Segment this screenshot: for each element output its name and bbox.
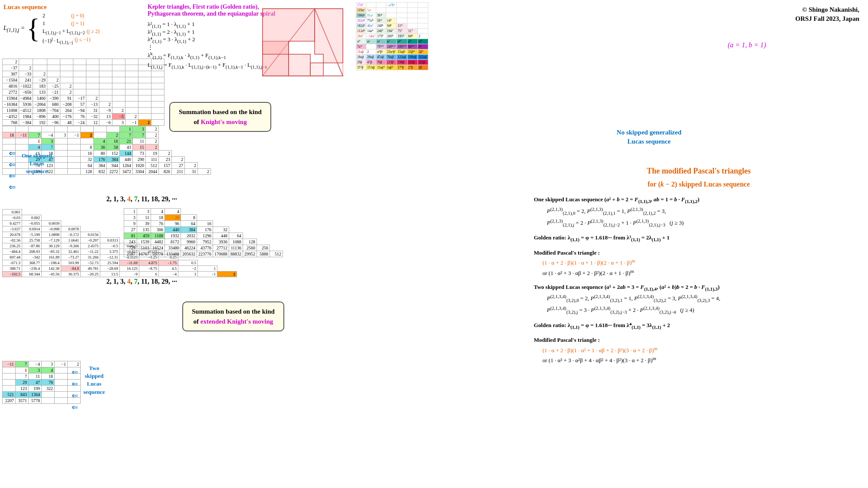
- lucas-title: Lucas sequence: [3, 3, 100, 11]
- cases-block: 2 (j = 0) 1 (j = 1) L(1,1),j−1 + L(1,1),…: [43, 13, 100, 45]
- two-skipped-arrows: ⇐⇐⇐⇐: [72, 367, 78, 413]
- two-skipped-formula-eq1: P(2,1,3,4)(3,2),0 = 2, P(2,1,3,4)(3,2),1…: [547, 293, 864, 305]
- two-skipped-num-table: −11 7 −43−12 1 3 4 71118 29 47 76 123199…: [2, 361, 81, 404]
- copyright: © Shingo Nakanishi, ORSJ Fall 2023, Japa…: [795, 5, 859, 23]
- svg-marker-5: [263, 9, 315, 54]
- right-formulas-panel: The modified Pascal's triangles for (k −…: [534, 165, 864, 370]
- golden-ratio-2-block: Golden ratio: λ(1,1) = φ = 1.618··· from…: [534, 321, 864, 331]
- modified-triangle-2-eq1: (1 · α + 2 · β)(1 · α² + 1 · αβ + 2 · β²…: [542, 345, 864, 355]
- modified-triangle-1-block: Modified Pascal's triangle : (1 · α + 2 …: [534, 248, 864, 278]
- lucas-definition: Lucas sequence L(1,1),j = { 2 (j = 0) 1 …: [3, 3, 100, 45]
- one-skipped-formula-eq2: P(2,1,3)(2,1),j = 2 · P(2,1,3)(2,1),j−2 …: [547, 217, 864, 229]
- two-skipped-table: −11 7 −43−12 1 3 4 71118 29 47 76 123199…: [2, 361, 81, 404]
- one-skipped-central-table: 1344 31118208 93976966416 27135306440384…: [124, 208, 283, 257]
- modified-triangle-1-eq2: or (1 · α² + 3 · αβ + 2 · β²)(2 · α + 1 …: [542, 268, 864, 278]
- sequence-display-1: 2, 1, 3, 4, 7, 11, 18, 29, ···: [106, 195, 177, 203]
- case-row-1: 2 (j = 0): [43, 13, 100, 19]
- right-table-area: 17u⁰ ...a⁰b¹ 110u² 5a² 190d³ 91a³ 36⁴: [356, 2, 773, 163]
- two-skipped-formula-label: Two skipped Lucas sequence (a³ + 2ab = 3…: [534, 282, 864, 293]
- one-skipped-color-table: 1344 31118208 93976966416 27135306440384…: [124, 208, 283, 257]
- kepler-subtitle: Pythagorean theorem, and the equiangular…: [148, 10, 275, 17]
- callout-extended-knights: Summation based on the kind of extended …: [182, 301, 284, 331]
- kepler-title: Kepler triangles, First ratio (Golden ra…: [148, 3, 275, 10]
- svg-rect-3: [289, 54, 310, 76]
- integer-table: 2 −372 307−332 −1504241−292 4816−1022183…: [2, 59, 164, 126]
- kepler-triangle-diagram: [260, 7, 347, 80]
- case-row-3: L(1,1),j−1 + L(1,1),j−2 (j ≥ 2): [43, 28, 100, 35]
- lucas-formula-block: L(1,1),j = { 2 (j = 0) 1 (j = 1) L(1,1),…: [3, 13, 100, 45]
- kepler-svg: [260, 7, 347, 78]
- one-skipped-label: One skippedLucassequence: [22, 152, 52, 176]
- kepler-formulas: λ²(1,1) = 1 · λ(1,1) + 1 λ³(1,1) = 2 · λ…: [148, 21, 275, 69]
- kepler-section: Kepler triangles, First ratio (Golden ra…: [148, 3, 275, 69]
- modified-triangle-2-label: Modified Pascal's triangle :: [534, 335, 864, 344]
- two-skipped-formula-block: Two skipped Lucas sequence (a³ + 2ab = 3…: [534, 282, 864, 316]
- sequence-display-2: 2, 1, 3, 4, 7, 11, 18, 29, ···: [106, 278, 177, 285]
- generalized-lucas-table: 17u⁰ ...a⁰b¹ 110u² 5a² 190d³ 91a³ 36⁴: [356, 2, 428, 70]
- two-skipped-label: TwoskippedLucassequence: [83, 364, 105, 396]
- modified-triangle-1-eq1: (1 · α + 2 · β)(1 · α + 1 · β)(2 · α + 1…: [542, 257, 864, 268]
- modified-triangle-2-block: Modified Pascal's triangle : (1 · α + 2 …: [534, 335, 864, 365]
- golden-ratio-1-label: Golden ratio: λ(1,1) = φ = 1.618··· from…: [534, 233, 864, 243]
- callout-knights-moving: Summation based on the kind of Knight's …: [169, 102, 271, 132]
- golden-ratio-2-label: Golden ratio: λ(1,1) = φ = 1.618··· from…: [534, 321, 864, 331]
- one-skipped-formula-block: One skipped Lucas sequence (a² + b = 2 =…: [534, 195, 864, 229]
- modified-triangle-1-label: Modified Pascal's triangle :: [534, 248, 864, 257]
- one-skipped-formula-eq1: P(2,1,3)(2,1),0 = 2, P(2,1,3)(2,1),1 = 1…: [547, 206, 864, 217]
- one-skipped-arrows: ⇐⇐⇐⇐: [9, 147, 16, 193]
- one-skipped-formula-label: One skipped Lucas sequence (a² + b = 2 =…: [534, 195, 864, 205]
- two-skipped-formula-eq2: P(2,1,3,4)(3,2),j = 3 · P(2,1,3,4)(3,2),…: [547, 305, 864, 316]
- case-row-2: 1 (j = 1): [43, 20, 100, 27]
- svg-rect-4: [310, 63, 323, 76]
- modified-triangle-2-eq2: or (1 · α³ + 3 · α²β + 4 · αβ² + 4 · β²)…: [542, 355, 864, 365]
- brace-icon: {: [26, 15, 40, 43]
- golden-ratio-1-block: Golden ratio: λ(1,1) = φ = 1.618··· from…: [534, 233, 864, 243]
- case-row-4: (−1)j · L(1,1),−j (j ≤ −1): [43, 36, 100, 45]
- svg-marker-6: [315, 9, 343, 63]
- lucas-subscript: L(1,1),j =: [3, 25, 25, 33]
- modified-pascals-title: The modified Pascal's triangles for (k −…: [534, 165, 864, 190]
